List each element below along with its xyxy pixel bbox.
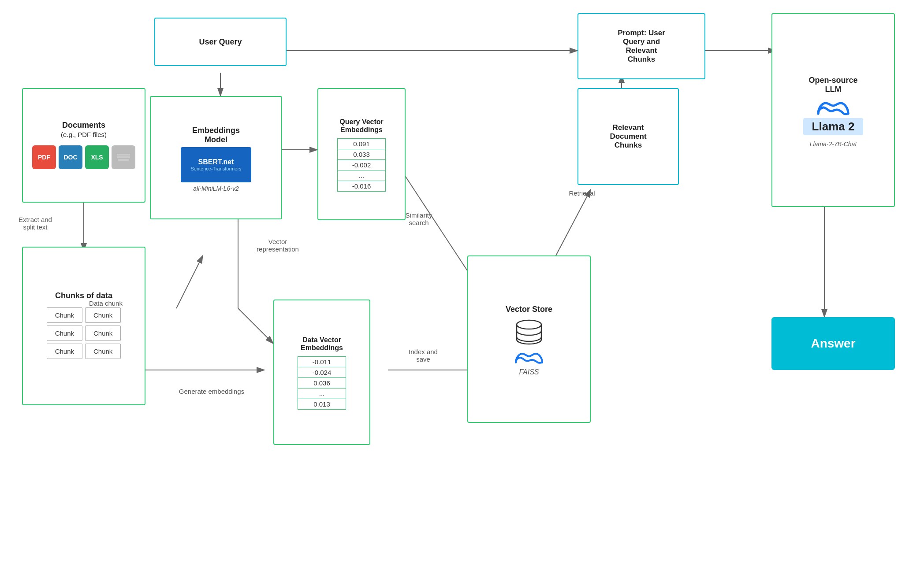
dv1: -0.011	[298, 356, 346, 367]
xls-icon: XLS	[85, 145, 109, 169]
vector-store-box: Vector Store FAISS	[467, 255, 591, 423]
pdf-icon: PDF	[32, 145, 56, 169]
chunk-5: Chunk	[47, 344, 82, 359]
llm-title: Open-sourceLLM	[804, 73, 862, 97]
embeddings-model-box: EmbeddingsModel SBERT.net Sentence-Trans…	[150, 96, 282, 219]
vector-store-content: FAISS	[514, 317, 544, 376]
vector-repr-label: Vectorrepresentation	[247, 238, 309, 253]
llama-label: Llama 2	[812, 120, 855, 133]
chunk-1: Chunk	[47, 307, 82, 323]
query-embed-table: 0.091 0.033 -0.002 ... -0.016	[337, 138, 386, 192]
data-chunk-label: Data chunk	[79, 300, 132, 307]
doc-icon: DOC	[59, 145, 82, 169]
sbert-image: SBERT.net Sentence-Transformers	[181, 147, 251, 182]
database-icon	[514, 317, 544, 348]
qv4: ...	[338, 170, 386, 181]
answer-box: Answer	[771, 317, 895, 370]
rag-diagram: User Query Documents(e.g., PDF files) PD…	[0, 0, 924, 566]
chunks-box: Chunks of data Chunk Chunk Chunk Chunk C…	[22, 247, 145, 405]
dv5: 0.013	[298, 399, 346, 409]
documents-box: Documents(e.g., PDF files) PDF DOC XLS	[22, 88, 145, 203]
llm-content: Open-sourceLLM Llama 2 Llama-2-7B-Chat	[803, 73, 864, 148]
sbert-logo: SBERT.net	[198, 158, 234, 166]
similarity-search-label: Similaritysearch	[384, 211, 454, 226]
qv2: 0.033	[338, 149, 386, 159]
llama-label-box: Llama 2	[803, 118, 864, 135]
user-query-box: User Query	[154, 18, 287, 66]
documents-title: Documents(e.g., PDF files)	[56, 118, 111, 142]
retrieval-label: Retrieval	[560, 189, 604, 197]
qv5: -0.016	[338, 181, 386, 191]
chunks-grid: Chunk Chunk Chunk Chunk Chunk Chunk	[42, 303, 126, 363]
svg-line-6	[176, 255, 203, 308]
embeddings-model-title: EmbeddingsModel	[188, 123, 244, 147]
query-vector-box: Query VectorEmbeddings 0.091 0.033 -0.00…	[317, 88, 406, 220]
qv1: 0.091	[338, 138, 386, 149]
prompt-box: Prompt: UserQuery andRelevantChunks	[578, 13, 705, 79]
data-vector-title: Data VectorEmbeddings	[296, 333, 347, 355]
relevant-chunks-title: RelevantDocumentChunks	[605, 121, 651, 152]
faiss-meta-icon	[514, 350, 544, 366]
vector-store-title: Vector Store	[501, 302, 557, 317]
llama-meta-icon	[816, 99, 851, 116]
llm-box: Open-sourceLLM Llama 2 Llama-2-7B-Chat	[771, 13, 895, 207]
chunk-2: Chunk	[85, 307, 121, 323]
chunk-6: Chunk	[85, 344, 121, 359]
chunk-4: Chunk	[85, 326, 121, 341]
file-icons-container: PDF DOC XLS	[29, 142, 139, 173]
prompt-title: Prompt: UserQuery andRelevantChunks	[613, 26, 670, 67]
embeddings-model-subtitle: all-MiniLM-L6-v2	[193, 185, 238, 192]
svg-line-8	[238, 308, 273, 344]
data-vector-box: Data VectorEmbeddings -0.011 -0.024 0.03…	[273, 300, 370, 445]
extract-split-label: Extract andsplit text	[9, 216, 62, 231]
faiss-label: FAISS	[519, 368, 539, 376]
index-save-label: Index andsave	[388, 348, 458, 363]
answer-title: Answer	[806, 334, 860, 353]
relevant-chunks-box: RelevantDocumentChunks	[578, 88, 679, 185]
data-embed-table: -0.011 -0.024 0.036 ... 0.013	[298, 356, 346, 410]
generate-embed-label: Generate embeddings	[163, 388, 260, 395]
sbert-subtitle: Sentence-Transformers	[190, 166, 241, 171]
dv2: -0.024	[298, 367, 346, 377]
qv3: -0.002	[338, 159, 386, 170]
dv3: 0.036	[298, 377, 346, 388]
chunk-3: Chunk	[47, 326, 82, 341]
user-query-title: User Query	[194, 35, 246, 49]
svg-point-15	[517, 320, 541, 329]
dv4: ...	[298, 388, 346, 399]
txt-icon	[112, 145, 135, 169]
query-vector-title: Query VectorEmbeddings	[335, 115, 388, 137]
llm-subtitle: Llama-2-7B-Chat	[810, 141, 857, 148]
